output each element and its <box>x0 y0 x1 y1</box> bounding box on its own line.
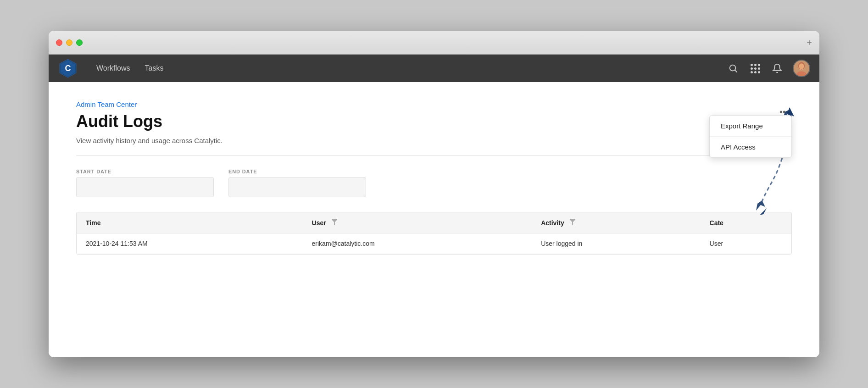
avatar[interactable] <box>793 60 810 77</box>
app-logo[interactable]: C <box>58 58 78 78</box>
svg-marker-11 <box>756 200 765 211</box>
grid-icon[interactable] <box>749 62 762 75</box>
api-access-menu-item[interactable]: API Access <box>710 137 791 157</box>
column-activity: Activity <box>532 212 700 233</box>
audit-log-table: Time User Activity <box>76 212 792 255</box>
minimize-button[interactable] <box>66 39 72 46</box>
start-date-input[interactable] <box>76 177 214 197</box>
svg-text:C: C <box>65 64 71 73</box>
cell-user: erikam@catalytic.com <box>303 233 532 254</box>
breadcrumb[interactable]: Admin Team Center <box>76 100 792 108</box>
svg-point-9 <box>799 63 804 69</box>
column-time: Time <box>77 212 303 233</box>
main-content: Admin Team Center Audit Logs View activi… <box>49 82 819 357</box>
search-icon[interactable] <box>727 62 740 75</box>
column-user: User <box>303 212 532 233</box>
end-date-group: END DATE <box>228 169 366 197</box>
tasks-nav-link[interactable]: Tasks <box>138 61 171 76</box>
new-tab-button[interactable]: + <box>807 37 812 48</box>
browser-window: + C Workflows Tasks <box>49 31 819 357</box>
end-date-label: END DATE <box>228 169 366 174</box>
activity-filter-icon[interactable] <box>570 219 575 227</box>
maximize-button[interactable] <box>76 39 83 46</box>
svg-line-4 <box>735 70 737 72</box>
start-date-group: START DATE <box>76 169 214 197</box>
nav-right <box>727 60 810 77</box>
bell-icon[interactable] <box>771 62 784 75</box>
app-navbar: C Workflows Tasks <box>49 55 819 82</box>
table-row: 2021-10-24 11:53 AM erikam@catalytic.com… <box>77 233 791 254</box>
cell-activity: User logged in <box>532 233 700 254</box>
export-range-menu-item[interactable]: Export Range <box>710 116 791 137</box>
end-date-input[interactable] <box>228 177 366 197</box>
page-title: Audit Logs <box>76 112 792 131</box>
divider <box>76 155 792 156</box>
cell-category: User <box>701 233 791 254</box>
table-header-row: Time User Activity <box>77 212 791 233</box>
title-bar: + <box>49 31 819 55</box>
cell-time: 2021-10-24 11:53 AM <box>77 233 303 254</box>
page-description: View activity history and usage across C… <box>76 137 792 144</box>
traffic-lights <box>56 39 83 46</box>
workflows-nav-link[interactable]: Workflows <box>89 61 138 76</box>
user-filter-icon[interactable] <box>332 219 337 227</box>
date-fields: START DATE END DATE <box>76 169 792 197</box>
dropdown-menu: Export Range API Access <box>709 115 792 158</box>
column-category: Cate <box>701 212 791 233</box>
start-date-label: START DATE <box>76 169 214 174</box>
close-button[interactable] <box>56 39 62 46</box>
nav-links: Workflows Tasks <box>89 61 727 76</box>
audit-log-table-element: Time User Activity <box>77 212 791 254</box>
